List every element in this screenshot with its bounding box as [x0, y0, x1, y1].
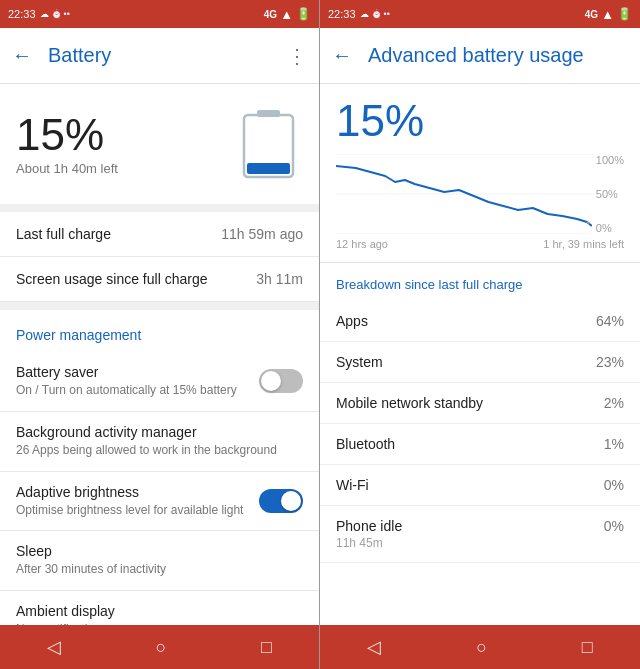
- x-label-left: 12 hrs ago: [336, 238, 388, 250]
- battery-chart: [336, 154, 592, 234]
- battery-saver-thumb: [261, 371, 281, 391]
- battery-saver-desc: On / Turn on automatically at 15% batter…: [16, 382, 247, 399]
- battery-saver-name: Battery saver: [16, 364, 247, 380]
- svg-rect-2: [247, 163, 290, 174]
- status-icons-right-right: 4G ▲ 🔋: [585, 7, 632, 22]
- adaptive-brightness-toggle[interactable]: [259, 489, 303, 513]
- alarm-icon: ⏰: [51, 9, 62, 19]
- battery-time-left: About 1h 40m left: [16, 161, 118, 176]
- breakdown-row-bluetooth: Bluetooth 1%: [320, 424, 640, 465]
- page-title-right: Advanced battery usage: [368, 44, 628, 67]
- section-title: Power management: [16, 327, 141, 343]
- screen-usage-row: Screen usage since full charge 3h 11m: [0, 257, 319, 302]
- chart-y-labels: 100% 50% 0%: [592, 154, 624, 234]
- breakdown-row-wifi: Wi-Fi 0%: [320, 465, 640, 506]
- battery-icon-left: 🔋: [296, 7, 311, 21]
- bg-activity-text: Background activity manager 26 Apps bein…: [16, 424, 303, 459]
- breakdown-row-mobile: Mobile network standby 2%: [320, 383, 640, 424]
- more-menu-button[interactable]: ⋮: [287, 44, 307, 68]
- sleep-row[interactable]: Sleep After 30 minutes of inactivity: [0, 531, 319, 591]
- signal-icon-right: ▲: [601, 7, 614, 22]
- breakdown-name-system: System: [336, 354, 383, 370]
- notification-icon-r: ☁: [360, 9, 369, 19]
- ambient-display-row[interactable]: Ambient display New notifications: [0, 591, 319, 625]
- breakdown-header: Breakdown since last full charge: [320, 263, 640, 301]
- status-time-right: 22:33 ☁ ⏰ ••: [328, 8, 390, 20]
- dot-icon: ••: [64, 9, 70, 19]
- page-title-left: Battery: [48, 44, 271, 67]
- status-time-left: ◁ 22:33 ☁ ⏰ ••: [8, 8, 70, 20]
- home-nav-left[interactable]: ○: [156, 637, 167, 658]
- bg-activity-row[interactable]: Background activity manager 26 Apps bein…: [0, 412, 319, 472]
- 4g-icon-right: 4G: [585, 9, 598, 20]
- status-icons-right-group: ☁ ⏰ ••: [360, 9, 390, 19]
- screen-usage-value: 3h 11m: [256, 271, 303, 287]
- adaptive-brightness-desc: Optimise brightness level for available …: [16, 502, 247, 519]
- breakdown-name-apps: Apps: [336, 313, 368, 329]
- battery-overview: 15% About 1h 40m left: [0, 84, 319, 204]
- chart-x-labels: 12 hrs ago 1 hr, 39 mins left: [336, 238, 624, 250]
- chart-wrapper: 100% 50% 0%: [336, 154, 624, 234]
- x-label-right: 1 hr, 39 mins left: [543, 238, 624, 250]
- status-icons-right-left: 4G ▲ 🔋: [264, 7, 311, 22]
- divider-1: [0, 204, 319, 212]
- recent-nav-right[interactable]: □: [582, 637, 593, 658]
- status-icons-left: ☁ ⏰ ••: [40, 9, 70, 19]
- alarm-icon-r: ⏰: [371, 9, 382, 19]
- battery-graphic: [241, 107, 296, 182]
- battery-icon: [233, 104, 303, 184]
- nav-bar-left: ◁ ○ □: [0, 625, 319, 669]
- battery-percent-left: 15%: [16, 113, 118, 157]
- breakdown-row-idle: Phone idle 11h 45m 0%: [320, 506, 640, 563]
- divider-2: [0, 302, 319, 310]
- y-label-50: 50%: [596, 188, 624, 200]
- sleep-name: Sleep: [16, 543, 291, 559]
- back-nav-left[interactable]: ◁: [47, 636, 61, 658]
- top-bar-right: ← Advanced battery usage: [320, 28, 640, 84]
- battery-saver-toggle[interactable]: [259, 369, 303, 393]
- adaptive-brightness-row[interactable]: Adaptive brightness Optimise brightness …: [0, 472, 319, 532]
- home-nav-right[interactable]: ○: [476, 637, 487, 658]
- dots-icon-r: ••: [384, 9, 390, 19]
- battery-saver-text: Battery saver On / Turn on automatically…: [16, 364, 259, 399]
- breakdown-name-idle: Phone idle 11h 45m: [336, 518, 402, 550]
- back-button-left[interactable]: ←: [12, 44, 32, 67]
- cloud-icon: ☁: [40, 9, 49, 19]
- y-label-100: 100%: [596, 154, 624, 166]
- ambient-display-name: Ambient display: [16, 603, 291, 619]
- nav-bar-right: ◁ ○ □: [320, 625, 640, 669]
- breakdown-name-mobile: Mobile network standby: [336, 395, 483, 411]
- bg-activity-desc: 26 Apps being allowed to work in the bac…: [16, 442, 291, 459]
- ambient-display-text: Ambient display New notifications: [16, 603, 303, 625]
- time-display-right: 22:33: [328, 8, 356, 20]
- breakdown-name-wifi: Wi-Fi: [336, 477, 369, 493]
- breakdown-pct-apps: 64%: [596, 313, 624, 329]
- battery-info: 15% About 1h 40m left: [16, 113, 118, 176]
- breakdown-pct-mobile: 2%: [604, 395, 624, 411]
- status-bar-left: ◁ 22:33 ☁ ⏰ •• 4G ▲ 🔋: [0, 0, 319, 28]
- breakdown-pct-idle: 0%: [604, 518, 624, 534]
- signal-icon-left: ▲: [280, 7, 293, 22]
- back-button-right[interactable]: ←: [332, 44, 352, 67]
- last-charge-label: Last full charge: [16, 226, 111, 242]
- screen-usage-label: Screen usage since full charge: [16, 271, 207, 287]
- chart-area: 15% 100% 50% 0%: [320, 84, 640, 263]
- 4g-icon-left: 4G: [264, 9, 277, 20]
- breakdown-row-system: System 23%: [320, 342, 640, 383]
- adaptive-brightness-name: Adaptive brightness: [16, 484, 247, 500]
- last-full-charge-row: Last full charge 11h 59m ago: [0, 212, 319, 257]
- battery-icon-right: 🔋: [617, 7, 632, 21]
- back-nav-right[interactable]: ◁: [367, 636, 381, 658]
- battery-percent-right: 15%: [336, 96, 624, 146]
- time-display-left: 22:33: [8, 8, 36, 20]
- breakdown-pct-system: 23%: [596, 354, 624, 370]
- adaptive-brightness-text: Adaptive brightness Optimise brightness …: [16, 484, 259, 519]
- recent-nav-left[interactable]: □: [261, 637, 272, 658]
- top-bar-left: ← Battery ⋮: [0, 28, 319, 84]
- breakdown-title: Breakdown since last full charge: [336, 277, 522, 292]
- left-content-scroll: 15% About 1h 40m left Las: [0, 84, 319, 625]
- sleep-text: Sleep After 30 minutes of inactivity: [16, 543, 303, 578]
- status-bar-right: 22:33 ☁ ⏰ •• 4G ▲ 🔋: [320, 0, 640, 28]
- bg-activity-name: Background activity manager: [16, 424, 291, 440]
- battery-saver-row[interactable]: Battery saver On / Turn on automatically…: [0, 352, 319, 412]
